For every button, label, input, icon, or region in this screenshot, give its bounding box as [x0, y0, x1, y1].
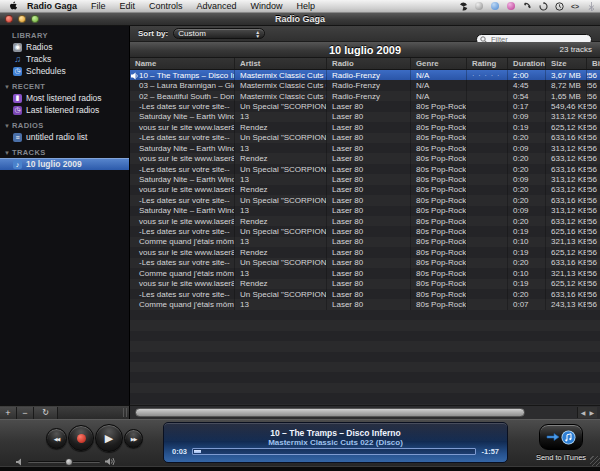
table-row[interactable]: -Les dates sur votre site--Un Special "S…: [130, 195, 600, 205]
table-row[interactable]: 02 – Beautiful South – Don`t...Mastermix…: [130, 91, 600, 101]
fan-icon[interactable]: [458, 1, 468, 11]
scroll-left-icon[interactable]: ◀: [581, 409, 586, 416]
cell-rating: [467, 247, 508, 257]
sidebar-item-schedules[interactable]: ◷Schedules: [0, 65, 129, 77]
sidebar-section-header-library[interactable]: LIBRARY: [0, 30, 129, 41]
bluetooth-icon[interactable]: [586, 1, 596, 11]
clock-icon[interactable]: [554, 1, 564, 11]
code-icon[interactable]: <>: [570, 1, 580, 11]
pink-orb-icon[interactable]: [506, 1, 516, 11]
table-row[interactable]: vous sur le site www.laser80...RendezLas…: [130, 153, 600, 163]
table-row[interactable]: Comme quand j'étais môme ...13Laser 8080…: [130, 237, 600, 247]
cell-genre: 80s Pop-Rock...: [411, 133, 467, 143]
sort-popup-button[interactable]: Custom ▲▼: [173, 28, 265, 39]
disclosure-triangle-icon[interactable]: ▼: [4, 123, 12, 129]
table-row[interactable]: vous sur le site www.laser80...RendezLas…: [130, 278, 600, 288]
table-row[interactable]: Comme quand j'étais môme ...13Laser 8080…: [130, 268, 600, 278]
sidebar-item-10-luglio-2009[interactable]: ♪10 luglio 2009: [0, 158, 129, 170]
blue-orb-icon[interactable]: [490, 1, 500, 11]
menu-item-file[interactable]: File: [84, 1, 113, 11]
cell-genre: N/A: [411, 91, 467, 101]
sidebar-item-tracks[interactable]: ♫Tracks: [0, 53, 129, 65]
filter-field[interactable]: [476, 28, 592, 39]
track-name: -Les dates sur votre site--: [139, 258, 230, 267]
table-row[interactable]: Saturday Nite – Earth Wind &...13Laser 8…: [130, 174, 600, 184]
table-row[interactable]: Saturday Nite – Earth Wind &...13Laser 8…: [130, 112, 600, 122]
sync-icon[interactable]: [538, 1, 548, 11]
sidebar-resize-handle[interactable]: [123, 408, 127, 417]
table-row[interactable]: vous sur le site www.laser80...RendezLas…: [130, 216, 600, 226]
track-name: Saturday Nite – Earth Wind &...: [139, 112, 235, 121]
progress-row: 0:03 -1:57: [172, 447, 499, 456]
volume-thumb[interactable]: [65, 458, 73, 466]
grey-orb-icon[interactable]: [474, 1, 484, 11]
sidebar-section-header-radios[interactable]: ▼RADIOS: [0, 120, 129, 131]
cell-duration: 0:09: [508, 143, 546, 153]
send-to-itunes-button[interactable]: [539, 424, 583, 450]
resize-grip[interactable]: [590, 456, 600, 466]
progress-bar[interactable]: [192, 448, 476, 455]
table-row[interactable]: vous sur le site www.laser80...RendezLas…: [130, 122, 600, 132]
table-row[interactable]: -Les dates sur votre site--Un Special "S…: [130, 289, 600, 299]
table-row[interactable]: 03 – Laura Brannigan – GloriaMastermix C…: [130, 80, 600, 90]
scrollbar-arrows[interactable]: ◀▶: [577, 407, 597, 418]
volume-track[interactable]: [28, 461, 100, 463]
volume-slider[interactable]: [16, 457, 116, 466]
table-row[interactable]: Saturday Nite – Earth Wind &...13Laser 8…: [130, 143, 600, 153]
play-button[interactable]: ▶: [95, 424, 123, 452]
table-row[interactable]: -Les dates sur votre site--Un Special "S…: [130, 258, 600, 268]
column-header-bit-r[interactable]: Bit R: [587, 58, 600, 69]
window-title-bar[interactable]: Radio Gaga: [0, 13, 600, 26]
record-button[interactable]: [68, 425, 94, 451]
scrollbar-thumb[interactable]: [135, 408, 525, 417]
apple-menu-icon[interactable]: [6, 1, 20, 11]
sidebar-item-last-listened-radios[interactable]: ◷Last listened radios: [0, 104, 129, 116]
column-header-genre[interactable]: Genre: [411, 58, 467, 69]
disclosure-triangle-icon[interactable]: ▼: [4, 150, 12, 156]
menu-item-radio-gaga[interactable]: Radio Gaga: [20, 1, 84, 11]
cell-radio: Laser 80: [327, 216, 411, 226]
disclosure-triangle-icon[interactable]: ▼: [4, 84, 12, 90]
table-row[interactable]: -Les dates sur votre site--Un Special "S…: [130, 101, 600, 111]
column-header-radio[interactable]: Radio: [327, 58, 411, 69]
sidebar-section-header-recent[interactable]: ▼RECENT: [0, 81, 129, 92]
table-row[interactable]: vous sur le site www.laser80...RendezLas…: [130, 247, 600, 257]
table-row[interactable]: 10 – The Tramps – Disco Inf...Mastermix …: [130, 70, 600, 80]
menu-item-edit[interactable]: Edit: [113, 1, 143, 11]
cell-duration: 0:20: [508, 258, 546, 268]
scroll-right-icon[interactable]: ▶: [589, 409, 594, 416]
table-row[interactable]: -Les dates sur votre site--Un Special "S…: [130, 226, 600, 236]
column-header-size[interactable]: Size: [546, 58, 587, 69]
list-header: 10 luglio 2009 23 tracks: [130, 42, 600, 58]
cell-artist: Un Special "SCORPIONS" en ...: [235, 195, 327, 205]
horizontal-scrollbar[interactable]: ◀▶: [130, 405, 600, 419]
cell-name: vous sur le site www.laser80...: [130, 122, 235, 132]
sidebar-item-untitled-radio-list[interactable]: ≡untitled radio list: [0, 131, 129, 143]
remove-button[interactable]: −: [17, 407, 34, 419]
phone-icon[interactable]: [522, 1, 532, 11]
cell-size: 8,72 MB: [546, 80, 587, 90]
table-row[interactable]: vous sur le site www.laser80...RendezLas…: [130, 185, 600, 195]
table-row[interactable]: Saturday Nite – Earth Wind &...13Laser 8…: [130, 205, 600, 215]
column-header-duration[interactable]: Duration: [508, 58, 546, 69]
previous-button[interactable]: ◀◀: [46, 428, 67, 449]
table-row[interactable]: -Les dates sur votre site--Un Special "S…: [130, 164, 600, 174]
loop-button[interactable]: ↻: [34, 407, 58, 419]
sidebar-item-radios[interactable]: ◉Radios: [0, 41, 129, 53]
sidebar-item-most-listened-radios[interactable]: ▮Most listened radios: [0, 92, 129, 104]
sidebar-section-header-tracks[interactable]: ▼TRACKS: [0, 147, 129, 158]
table-row[interactable]: Comme quand j'étais môme ...13Laser 8080…: [130, 299, 600, 309]
column-header-artist[interactable]: Artist: [235, 58, 327, 69]
column-header-rating[interactable]: Rating: [467, 58, 508, 69]
menu-item-window[interactable]: Window: [244, 1, 290, 11]
menu-item-controls[interactable]: Controls: [142, 1, 190, 11]
cell-genre: N/A: [411, 70, 467, 80]
menu-item-help[interactable]: Help: [290, 1, 323, 11]
table-row[interactable]: -Les dates sur votre site--Un Special "S…: [130, 133, 600, 143]
column-header-name[interactable]: Name: [130, 58, 235, 69]
next-button[interactable]: ▶▶: [124, 429, 143, 448]
cell-size: 633,12 KB: [546, 185, 587, 195]
menu-item-advanced[interactable]: Advanced: [190, 1, 244, 11]
add-button[interactable]: +: [0, 407, 17, 419]
cell-artist: Mastermix Classic Cuts 085...: [235, 91, 327, 101]
